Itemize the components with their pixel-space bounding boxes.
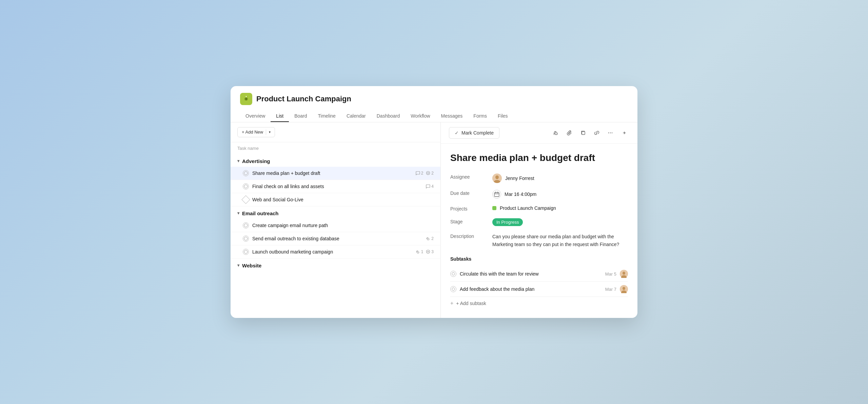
project-icon	[240, 93, 252, 105]
subtask-count: 3	[426, 249, 434, 254]
task-meta: 4	[426, 184, 434, 189]
tab-messages[interactable]: Messages	[436, 110, 468, 122]
subtask-left: Circulate this with the team for review	[450, 271, 539, 277]
tab-forms[interactable]: Forms	[468, 110, 492, 122]
svg-rect-11	[582, 132, 585, 135]
add-new-label: + Add New	[242, 129, 263, 135]
task-check-icon	[243, 222, 249, 228]
tab-timeline[interactable]: Timeline	[313, 110, 341, 122]
task-item[interactable]: Create campaign email nurture path	[231, 219, 440, 232]
task-item[interactable]: Final check on all links and assets 4	[231, 180, 440, 193]
section-website[interactable]: ▾ Website	[231, 259, 440, 271]
section-email-label: Email outreach	[242, 210, 279, 216]
calendar-icon	[492, 190, 501, 199]
task-detail-title: Share media plan + budget draft	[450, 152, 628, 164]
tab-files[interactable]: Files	[492, 110, 513, 122]
task-item[interactable]: Share media plan + budget draft 2 2	[231, 167, 440, 180]
app-window: Product Launch Campaign Overview List Bo…	[231, 86, 637, 318]
main-content: + Add New ▾ Task name ▾ Advertising Shar…	[231, 122, 637, 318]
tab-board[interactable]: Board	[289, 110, 312, 122]
mark-complete-button[interactable]: ✓ Mark Complete	[449, 127, 499, 139]
due-date-text: Mar 16 4:00pm	[505, 191, 536, 197]
task-meta: 2 2	[416, 171, 434, 176]
tab-list[interactable]: List	[271, 110, 289, 122]
svg-rect-3	[246, 96, 246, 97]
stage-badge: In Progress	[492, 218, 523, 226]
subtasks-label: Subtasks	[450, 256, 628, 262]
svg-point-9	[244, 250, 248, 254]
task-name-email-nurture: Create campaign email nurture path	[252, 223, 434, 228]
subtask-item[interactable]: Circulate this with the team for review …	[450, 266, 628, 282]
description-text: Can you please share our media plan and …	[492, 233, 628, 248]
mark-complete-label: Mark Complete	[461, 130, 494, 136]
subtask-right: Mar 7	[605, 285, 628, 293]
tab-calendar[interactable]: Calendar	[341, 110, 371, 122]
task-name-email-database: Send email outreach to existing database	[252, 236, 422, 241]
chevron-down-icon: ▾	[268, 130, 271, 134]
left-panel: + Add New ▾ Task name ▾ Advertising Shar…	[231, 122, 441, 318]
attach-button[interactable]	[564, 127, 575, 138]
toolbar: + Add New ▾	[231, 122, 440, 142]
section-email-outreach[interactable]: ▾ Email outreach	[231, 206, 440, 219]
chevron-down-icon: ▾	[237, 263, 239, 268]
assignee-row: Assignee Jenny Forrest	[450, 174, 628, 183]
plus-icon: +	[450, 300, 453, 306]
section-advertising-label: Advertising	[242, 158, 270, 164]
task-check-icon	[243, 236, 249, 242]
nav-tabs: Overview List Board Timeline Calendar Da…	[240, 110, 628, 122]
subtask-count: 2	[426, 171, 434, 176]
projects-value: Product Launch Campaign	[492, 205, 556, 211]
add-new-button[interactable]: + Add New ▾	[237, 127, 275, 137]
task-item[interactable]: Launch outbound marketing campaign 1 3	[231, 245, 440, 259]
subtask-left: Add feedback about the media plan	[450, 286, 534, 292]
subtask-item[interactable]: Add feedback about the media plan Mar 7	[450, 282, 628, 297]
tab-overview[interactable]: Overview	[240, 110, 271, 122]
add-subtask-button[interactable]: + + Add subtask	[450, 297, 486, 310]
check-icon: ✓	[455, 130, 459, 136]
more-button[interactable]	[605, 127, 616, 138]
expand-button[interactable]	[618, 127, 629, 138]
due-date-value: Mar 16 4:00pm	[492, 190, 536, 199]
due-date-label: Due date	[450, 190, 484, 196]
chevron-down-icon: ▾	[237, 211, 239, 216]
svg-point-21	[623, 272, 625, 275]
assignee-name: Jenny Forrest	[505, 176, 534, 181]
tab-dashboard[interactable]: Dashboard	[371, 110, 406, 122]
description-row: Description Can you please share our med…	[450, 233, 628, 248]
duplicate-button[interactable]	[578, 127, 589, 138]
svg-point-25	[623, 287, 625, 290]
stage-label: Stage	[450, 218, 484, 224]
task-meta: 1 3	[416, 249, 434, 254]
chevron-down-icon: ▾	[237, 159, 239, 163]
projects-label: Projects	[450, 205, 484, 211]
subtask-check-icon	[450, 271, 456, 277]
stage-value: In Progress	[492, 218, 523, 226]
tab-workflow[interactable]: Workflow	[405, 110, 435, 122]
subtask-date-1: Mar 5	[605, 271, 616, 277]
svg-point-19	[452, 272, 455, 275]
task-meta: 2	[426, 236, 434, 241]
section-advertising[interactable]: ▾ Advertising	[231, 154, 440, 167]
divider	[266, 129, 266, 135]
task-name-share-media: Share media plan + budget draft	[252, 170, 412, 176]
task-item[interactable]: Web and Social Go-Live	[231, 193, 440, 206]
svg-point-6	[244, 185, 248, 188]
svg-point-7	[244, 224, 248, 227]
subtask-right: Mar 5	[605, 270, 628, 278]
subtasks-section: Subtasks Circulate this with the team fo…	[450, 256, 628, 310]
like-count: 1	[416, 249, 423, 254]
svg-point-4	[244, 171, 248, 175]
add-subtask-label: + Add subtask	[456, 301, 486, 306]
subtask-avatar-2	[620, 285, 628, 293]
task-check-icon	[243, 249, 249, 255]
svg-point-8	[244, 237, 248, 240]
project-title-row: Product Launch Campaign	[240, 93, 628, 105]
header: Product Launch Campaign Overview List Bo…	[231, 86, 637, 122]
task-item[interactable]: Send email outreach to existing database…	[231, 232, 440, 245]
like-button[interactable]	[551, 127, 561, 138]
avatar	[492, 174, 502, 183]
comment-count: 4	[426, 184, 434, 189]
milestone-icon	[241, 195, 250, 204]
link-button[interactable]	[591, 127, 602, 138]
projects-row: Projects Product Launch Campaign	[450, 205, 628, 211]
